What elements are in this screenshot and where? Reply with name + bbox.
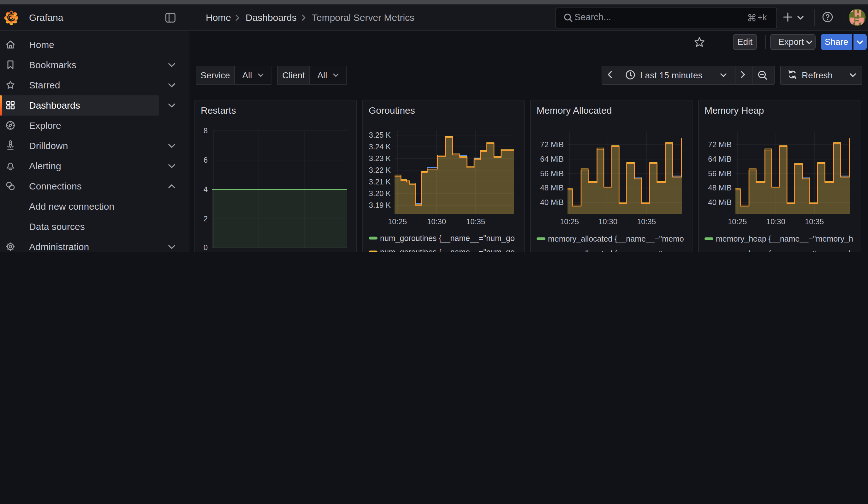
svg-text:2: 2: [204, 214, 208, 223]
svg-text:40 MiB: 40 MiB: [540, 198, 564, 207]
svg-text:num_goroutines {__name__="num_: num_goroutines {__name__="num_go: [380, 248, 515, 252]
svg-text:10:35: 10:35: [805, 217, 824, 226]
svg-text:8: 8: [204, 126, 208, 135]
svg-text:3.19 K: 3.19 K: [369, 201, 391, 209]
svg-text:10:25: 10:25: [388, 217, 407, 226]
svg-text:memory_heap {__name__="memory_: memory_heap {__name__="memory_h: [716, 249, 853, 252]
svg-text:3.20 K: 3.20 K: [369, 189, 391, 198]
svg-text:64 MiB: 64 MiB: [540, 155, 564, 163]
svg-text:56 MiB: 56 MiB: [540, 169, 564, 178]
svg-text:10:30: 10:30: [766, 217, 785, 226]
svg-text:num_goroutines {__name__="num_: num_goroutines {__name__="num_go: [380, 234, 515, 243]
svg-text:3.21 K: 3.21 K: [369, 177, 391, 186]
svg-text:0: 0: [204, 243, 208, 252]
svg-text:10:35: 10:35: [466, 217, 485, 226]
svg-text:56 MiB: 56 MiB: [708, 169, 732, 178]
svg-text:10:25: 10:25: [728, 217, 747, 226]
svg-text:3.25 K: 3.25 K: [369, 131, 391, 139]
svg-text:Restarts: Restarts: [201, 105, 236, 116]
svg-text:Memory Heap: Memory Heap: [704, 105, 764, 116]
svg-text:10:30: 10:30: [598, 217, 617, 226]
svg-text:10:25: 10:25: [560, 217, 579, 226]
svg-text:3.23 K: 3.23 K: [369, 154, 391, 163]
svg-text:10:30: 10:30: [427, 217, 446, 226]
svg-text:memory_allocated {__name__="me: memory_allocated {__name__="memo: [548, 234, 684, 243]
svg-text:3.24 K: 3.24 K: [369, 142, 391, 151]
svg-text:4: 4: [204, 185, 208, 194]
svg-text:memory_allocated {__name__="me: memory_allocated {__name__="memo: [548, 249, 684, 252]
svg-text:Memory Allocated: Memory Allocated: [537, 105, 612, 116]
svg-text:40 MiB: 40 MiB: [708, 198, 732, 207]
svg-text:72 MiB: 72 MiB: [540, 140, 564, 149]
svg-text:48 MiB: 48 MiB: [540, 184, 564, 192]
svg-text:72 MiB: 72 MiB: [708, 140, 732, 149]
svg-text:48 MiB: 48 MiB: [708, 184, 732, 192]
svg-text:10:35: 10:35: [637, 217, 656, 226]
svg-text:3.22 K: 3.22 K: [369, 166, 391, 174]
svg-text:Goroutines: Goroutines: [369, 105, 415, 116]
svg-text:memory_heap {__name__="memory_: memory_heap {__name__="memory_h: [716, 234, 853, 243]
svg-text:64 MiB: 64 MiB: [708, 155, 732, 163]
svg-text:6: 6: [204, 156, 208, 164]
